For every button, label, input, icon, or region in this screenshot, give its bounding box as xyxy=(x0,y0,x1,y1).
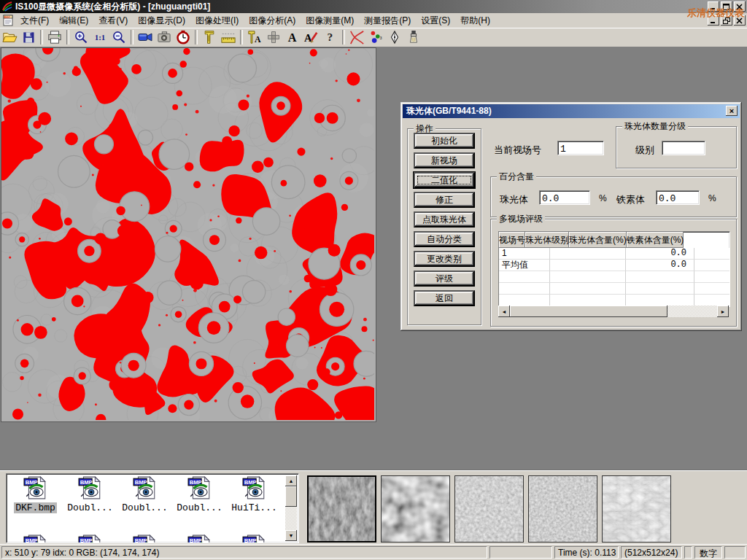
video-capture-icon[interactable] xyxy=(136,28,155,46)
file-item[interactable]: BMP HuiTi... xyxy=(227,475,282,513)
operation-button[interactable]: 点取珠光体 xyxy=(414,211,475,228)
operation-button[interactable]: 返回 xyxy=(414,290,475,306)
scroll-down-arrow[interactable]: ▼ xyxy=(285,530,297,541)
rating-table-hscrollbar[interactable]: ◄ ► xyxy=(498,306,729,317)
file-item-clipped[interactable]: BMP xyxy=(117,534,172,543)
file-row-clipped: BMP BMP BMP xyxy=(8,534,282,543)
menu-item[interactable]: 文件(F) xyxy=(15,13,54,28)
curve-measure-icon[interactable] xyxy=(347,28,366,46)
pen-icon[interactable] xyxy=(385,28,404,46)
dialog-close-button[interactable]: × xyxy=(726,106,738,116)
operation-button[interactable]: 修正 xyxy=(414,192,475,208)
rating-group: 多视场评级 视场号珠光体级别珠光体含量(%)铁素体含量(%) 10.0平均值0.… xyxy=(490,219,737,327)
timer-icon[interactable] xyxy=(174,28,193,46)
operation-button[interactable]: 新视场 xyxy=(414,152,475,168)
bmp-file-icon: BMP xyxy=(187,534,212,543)
operation-group: 操作 初始化新视场二值化修正点取珠光体自动分类更改类别评级返回 xyxy=(407,128,481,325)
file-item[interactable]: BMP Doubl... xyxy=(63,475,117,513)
file-list[interactable]: BMP DKF.bmp BMP Doubl... xyxy=(6,473,299,543)
menu-item[interactable]: 图像显示(D) xyxy=(133,13,190,28)
percent-sign: % xyxy=(599,193,607,203)
operation-button[interactable]: 二值化 xyxy=(414,172,475,188)
operation-button[interactable]: 自动分类 xyxy=(414,231,475,247)
binarized-pearlite-view xyxy=(1,48,374,420)
brush-icon[interactable] xyxy=(404,28,423,46)
metallograph-image[interactable] xyxy=(1,47,376,422)
thumbnail-sample-4[interactable] xyxy=(528,475,597,542)
rating-table-row[interactable]: 10.0 xyxy=(499,248,729,260)
zoom-in-icon[interactable] xyxy=(71,28,90,46)
rating-table-row[interactable] xyxy=(499,283,729,295)
measure-text-icon[interactable]: A xyxy=(245,28,264,46)
toolbar-separator xyxy=(131,30,133,44)
menu-item[interactable]: 编辑(E) xyxy=(54,13,93,28)
snapshot-icon[interactable] xyxy=(155,28,174,46)
file-item-clipped[interactable]: BMP xyxy=(172,534,227,543)
pearlite-percent-input[interactable] xyxy=(539,190,590,205)
rating-column-header[interactable]: 视场号 xyxy=(499,232,525,248)
menu-item[interactable]: 测量报告(P) xyxy=(359,13,416,28)
operation-button[interactable]: 更改类别 xyxy=(414,251,475,267)
application-window: IS100显微摄像系统(金相分析版) - [zhuguangti01] 乐清仪器… xyxy=(0,0,747,560)
bmp-file-icon: BMP xyxy=(78,475,103,500)
menu-item[interactable]: 图像处理(I) xyxy=(190,13,244,28)
save-icon[interactable] xyxy=(19,28,38,46)
caliper-icon[interactable] xyxy=(200,28,219,46)
annotate-icon[interactable]: A xyxy=(302,28,321,46)
mdi-minimize-button[interactable] xyxy=(708,15,719,26)
file-item-clipped[interactable]: BMP xyxy=(8,534,63,543)
vscroll-thumb[interactable] xyxy=(285,486,297,507)
scroll-up-arrow[interactable]: ▲ xyxy=(285,475,297,486)
close-button[interactable] xyxy=(734,1,746,12)
rating-column-header[interactable]: 珠光体级别 xyxy=(525,232,569,248)
thumbnail-sample-1[interactable] xyxy=(307,475,376,542)
menu-item[interactable]: 查看(V) xyxy=(93,13,133,28)
ferrite-percent-input[interactable] xyxy=(656,190,700,205)
file-item[interactable]: BMP Doubl... xyxy=(172,475,227,513)
print-icon[interactable] xyxy=(45,28,64,46)
operation-button[interactable]: 评级 xyxy=(414,271,475,287)
help-icon[interactable]: ? xyxy=(321,28,340,46)
file-item-clipped[interactable]: BMP xyxy=(227,534,282,543)
scroll-right-arrow[interactable]: ► xyxy=(717,306,729,317)
menu-item[interactable]: 图像测量(M) xyxy=(301,13,359,28)
text-icon[interactable]: A xyxy=(283,28,302,46)
mdi-workspace: 珠光体(GB/T9441-88) × 操作 初始化新视场二值化修正点取珠光体自动… xyxy=(0,47,747,470)
thumbnail-sample-3[interactable] xyxy=(454,475,524,542)
phase-points-icon[interactable]: 3 xyxy=(366,28,385,46)
maximize-button[interactable] xyxy=(721,1,732,12)
rating-table-row[interactable] xyxy=(499,295,729,306)
actual-size-icon[interactable]: 1:1 xyxy=(90,28,109,46)
thumbnail-sample-2[interactable] xyxy=(381,475,450,542)
file-item[interactable]: BMP DKF.bmp xyxy=(8,475,63,513)
thumbnail-sample-5[interactable] xyxy=(602,475,671,542)
open-file-icon[interactable] xyxy=(0,28,19,46)
menu-item[interactable]: 设置(S) xyxy=(416,13,455,28)
grid-icon[interactable] xyxy=(264,28,283,46)
rating-column-header[interactable]: 珠光体含量(%) xyxy=(569,232,627,248)
hscroll-thumb[interactable] xyxy=(510,306,667,317)
minimize-button[interactable] xyxy=(708,1,719,12)
rating-table-body: 10.0平均值0.0 xyxy=(499,248,729,306)
rating-column-header[interactable]: 铁素体含量(%) xyxy=(627,232,684,248)
scroll-left-arrow[interactable]: ◄ xyxy=(498,306,510,317)
file-item-clipped[interactable]: BMP xyxy=(63,534,117,543)
mdi-restore-button[interactable] xyxy=(721,15,732,26)
menu-item[interactable]: 图像分析(A) xyxy=(244,13,301,28)
zoom-out-icon[interactable] xyxy=(109,28,128,46)
operation-button[interactable]: 初始化 xyxy=(414,133,475,149)
rating-table[interactable]: 视场号珠光体级别珠光体含量(%)铁素体含量(%) 10.0平均值0.0 xyxy=(498,231,730,307)
menu-item[interactable]: 帮助(H) xyxy=(455,13,495,28)
rating-table-row[interactable]: 平均值0.0 xyxy=(499,260,729,271)
grade-input[interactable] xyxy=(662,141,705,155)
dialog-title-bar[interactable]: 珠光体(GB/T9441-88) xyxy=(403,104,740,118)
file-item[interactable]: BMP Doubl... xyxy=(117,475,172,513)
file-list-scrollbar[interactable]: ▲ ▼ xyxy=(285,475,297,541)
mdi-close-button[interactable] xyxy=(734,15,746,26)
rating-table-row[interactable] xyxy=(499,271,729,283)
bmp-file-icon: BMP xyxy=(133,475,158,500)
file-row: BMP DKF.bmp BMP Doubl... xyxy=(8,475,282,513)
document-icon: DOC xyxy=(2,15,15,26)
current-field-input[interactable] xyxy=(557,141,604,155)
ruler-icon[interactable] xyxy=(219,28,238,46)
